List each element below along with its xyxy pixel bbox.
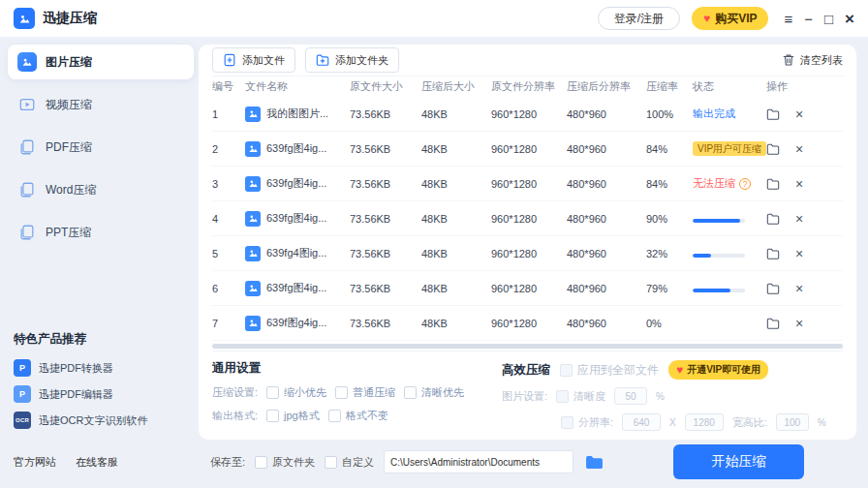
product-label: 迅捷OCR文字识别软件	[39, 413, 147, 428]
table-row[interactable]: 2 639fg图4ig... 73.56KB 48KB 960*1280 480…	[212, 132, 843, 167]
option-label: 格式不变	[346, 409, 388, 423]
option-shrink-first[interactable]: 缩小优先	[266, 385, 326, 400]
open-folder-icon[interactable]	[766, 212, 780, 226]
jpg-format-checkbox[interactable]	[266, 410, 279, 422]
header-status: 状态	[693, 79, 766, 94]
save-custom-option[interactable]: 自定义	[325, 455, 374, 470]
keep-format-checkbox[interactable]	[328, 410, 341, 422]
open-folder-icon[interactable]	[766, 177, 780, 191]
resolution-checkbox[interactable]	[561, 416, 574, 429]
close-button[interactable]: ×	[845, 11, 854, 27]
resolution-width-input[interactable]	[622, 413, 661, 431]
header-original-size: 原文件大小	[350, 79, 421, 94]
save-original-option[interactable]: 原文件夹	[255, 455, 315, 470]
normal-compress-checkbox[interactable]	[335, 386, 348, 399]
buy-vip-button[interactable]: ♥ 购买VIP	[692, 7, 768, 30]
option-clarity-first[interactable]: 清晰优先	[404, 385, 464, 400]
sidebar-item-ppt-compress[interactable]: PPT压缩	[8, 215, 194, 250]
status-cell: 输出完成	[693, 107, 766, 121]
apply-all-checkbox[interactable]	[560, 364, 573, 377]
remove-file-icon[interactable]: ×	[795, 142, 803, 156]
file-name: 639fg图4ig...	[266, 211, 326, 226]
open-folder-icon[interactable]	[766, 317, 780, 330]
table-row[interactable]: 6 639fg图4ig... 73.56KB 48KB 960*1280 480…	[212, 271, 843, 306]
remove-file-icon[interactable]: ×	[795, 177, 803, 191]
remove-file-icon[interactable]: ×	[795, 107, 803, 121]
remove-file-icon[interactable]: ×	[795, 282, 803, 295]
status-cell: 无法压缩?	[693, 176, 766, 191]
table-row[interactable]: 1 我的图图片... 73.56KB 48KB 960*1280 480*960…	[212, 97, 843, 132]
option-label: 普通压缩	[353, 385, 395, 400]
shrink-first-checkbox[interactable]	[266, 386, 279, 399]
file-name: 639fg图4ig...	[266, 281, 326, 295]
remove-file-icon[interactable]: ×	[795, 247, 803, 260]
clarity-checkbox[interactable]	[556, 390, 569, 403]
save-original-checkbox[interactable]	[255, 456, 267, 469]
add-folder-button[interactable]: 添加文件夹	[305, 47, 399, 73]
resolution-option[interactable]: 分辨率:	[561, 415, 613, 430]
clear-list-button[interactable]: 清空列表	[782, 53, 843, 68]
sidebar-item-pdf-compress[interactable]: PDF压缩	[8, 130, 194, 165]
minimize-button[interactable]: −	[804, 12, 813, 26]
open-vip-badge[interactable]: ♥ 开通VIP即可使用	[668, 360, 768, 380]
option-keep-format[interactable]: 格式不变	[328, 409, 388, 423]
original-resolution: 960*1280	[491, 283, 567, 294]
clarity-option[interactable]: 清晰度	[556, 389, 605, 404]
clarity-first-checkbox[interactable]	[404, 386, 417, 399]
open-folder-icon[interactable]	[766, 142, 780, 156]
window-controls: ≡ − □ ×	[784, 11, 854, 27]
apply-all-option[interactable]: 应用到全部文件	[560, 362, 659, 379]
original-resolution: 960*1280	[491, 213, 567, 225]
save-original-label: 原文件夹	[272, 455, 315, 470]
remove-file-icon[interactable]: ×	[795, 317, 803, 330]
compressed-resolution: 480*960	[567, 248, 646, 259]
remove-file-icon[interactable]: ×	[795, 212, 803, 226]
resolution-height-input[interactable]	[685, 413, 724, 431]
original-size: 73.56KB	[350, 248, 421, 259]
sidebar-item-word-compress[interactable]: Word压缩	[8, 172, 194, 207]
table-row[interactable]: 4 639fg图4ig... 73.56KB 48KB 960*1280 480…	[212, 201, 843, 236]
progress-bar	[693, 289, 745, 292]
table-row[interactable]: 5 639fg4图ig... 73.56KB 48KB 960*1280 480…	[212, 236, 843, 271]
product-pdf-converter[interactable]: P 迅捷PDF转换器	[14, 359, 193, 377]
save-custom-checkbox[interactable]	[325, 456, 337, 469]
file-cell: 639fg4图ig...	[245, 246, 350, 261]
option-normal-compress[interactable]: 普通压缩	[335, 385, 395, 400]
app-window: 迅捷压缩 登录/注册 ♥ 购买VIP ≡ − □ × 图片压缩 视频压缩	[0, 0, 868, 488]
sidebar-item-video-compress[interactable]: 视频压缩	[8, 87, 194, 122]
horizontal-scrollbar[interactable]	[212, 344, 843, 349]
product-ocr-software[interactable]: OCR 迅捷OCR文字识别软件	[14, 412, 193, 429]
sidebar-item-image-compress[interactable]: 图片压缩	[8, 45, 194, 79]
table-row[interactable]: 7 639f图g4ig... 73.56KB 48KB 960*1280 480…	[212, 306, 843, 341]
open-folder-icon[interactable]	[766, 282, 780, 295]
online-support-link[interactable]: 在线客服	[76, 455, 118, 470]
times-label: X	[669, 417, 676, 428]
sidebar-item-label: PDF压缩	[46, 139, 92, 156]
table-row[interactable]: 3 639fg图4ig... 73.56KB 48KB 960*1280 480…	[212, 167, 843, 201]
option-jpg-format[interactable]: jpg格式	[266, 409, 320, 423]
file-cell: 639fg图4ig...	[245, 176, 350, 192]
maximize-button[interactable]: □	[824, 12, 833, 26]
open-folder-icon[interactable]	[766, 247, 780, 260]
add-file-icon	[223, 53, 236, 67]
status-cell	[693, 213, 766, 225]
login-register-button[interactable]: 登录/注册	[598, 7, 680, 30]
pdf-compress-icon	[17, 137, 37, 157]
menu-icon[interactable]: ≡	[784, 12, 792, 26]
sidebar-item-label: Word压缩	[46, 182, 96, 198]
add-file-button[interactable]: 添加文件	[212, 47, 295, 73]
official-site-link[interactable]: 官方网站	[14, 455, 56, 470]
progress-fill	[693, 289, 730, 292]
product-pdf-editor[interactable]: P 迅捷PDF编辑器	[14, 385, 193, 403]
image-file-icon	[245, 211, 261, 227]
browse-folder-button[interactable]	[585, 455, 604, 470]
clarity-input[interactable]	[614, 387, 647, 405]
general-settings-title: 通用设置	[212, 360, 488, 377]
save-path-input[interactable]	[384, 450, 574, 473]
aspect-ratio-input[interactable]	[776, 413, 809, 431]
help-icon[interactable]: ?	[739, 178, 751, 190]
start-compress-button[interactable]: 开始压缩	[673, 444, 804, 479]
video-compress-icon	[17, 95, 37, 114]
open-folder-icon[interactable]	[766, 107, 780, 121]
original-size: 73.56KB	[350, 143, 421, 155]
